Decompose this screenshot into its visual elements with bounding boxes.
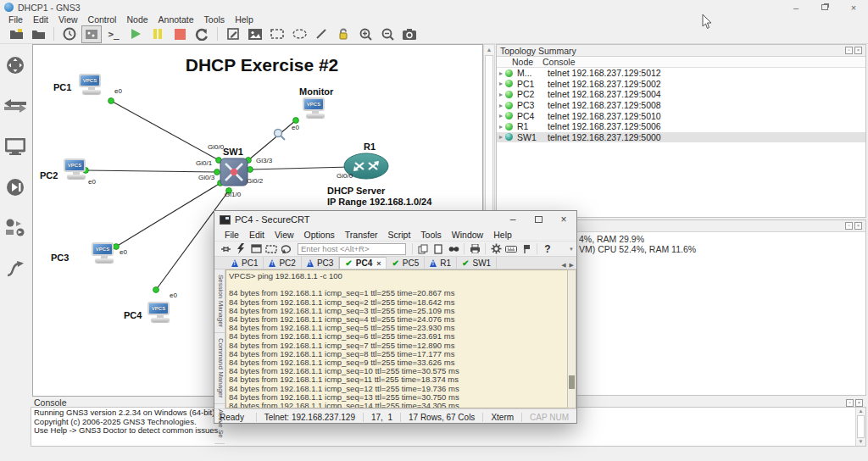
tab-view-icon[interactable]	[264, 242, 279, 256]
menu-item[interactable]: Tools	[415, 230, 447, 240]
expand-arrow-icon[interactable]: ▸	[497, 91, 505, 98]
help-icon[interactable]: ?	[540, 242, 555, 256]
session-tab[interactable]: PC2	[264, 257, 301, 269]
expand-arrow-icon[interactable]: ▸	[497, 112, 505, 119]
clone-session-icon[interactable]	[279, 242, 294, 256]
node-sw1[interactable]	[220, 158, 248, 186]
table-row[interactable]: ▸ M... telnet 192.168.237.129:5012	[497, 68, 865, 79]
column-header-node[interactable]: Node	[497, 57, 539, 67]
browse-security-devices-button[interactable]	[3, 173, 28, 202]
maximize-button[interactable]	[526, 211, 551, 228]
expand-arrow-icon[interactable]: ▸	[497, 102, 505, 109]
toolbar-overflow-icon[interactable]: ▼	[569, 247, 574, 252]
suspend-button[interactable]	[147, 25, 168, 43]
menu-item[interactable]: Tools	[199, 14, 231, 25]
session-tab[interactable]: PC3	[302, 257, 339, 269]
find-icon[interactable]	[446, 242, 461, 256]
node-pc1[interactable]: VPCS	[79, 74, 104, 99]
close-panel-icon[interactable]: ×	[854, 222, 862, 230]
table-row[interactable]: ▸ PC3 telnet 192.168.237.129:5008	[497, 100, 865, 111]
button-bar-icon[interactable]	[519, 242, 534, 256]
side-tab[interactable]: Session Manager	[214, 269, 225, 333]
restore-button[interactable]	[810, 0, 839, 14]
browse-end-devices-button[interactable]	[3, 132, 28, 161]
host-input[interactable]	[298, 243, 406, 255]
minimize-button[interactable]: –	[500, 211, 526, 228]
interface-labels-toggle[interactable]	[81, 25, 102, 43]
node-pc4[interactable]: VPCS	[147, 302, 173, 327]
session-tab[interactable]: SW1	[457, 257, 497, 269]
browse-switches-button[interactable]	[3, 92, 28, 120]
menu-item[interactable]: Help	[488, 230, 517, 240]
scroll-down-icon[interactable]: ▼	[856, 438, 865, 446]
menu-item[interactable]: View	[53, 14, 83, 25]
session-tab[interactable]: PC1	[226, 257, 264, 269]
menu-item[interactable]: Window	[447, 230, 488, 240]
float-panel-icon[interactable]: ▫	[845, 222, 853, 230]
browse-routers-button[interactable]	[3, 51, 28, 80]
quick-connect-icon[interactable]	[233, 242, 248, 256]
keyboard-icon[interactable]	[504, 242, 519, 256]
insert-picture-button[interactable]	[245, 25, 265, 43]
start-button[interactable]	[125, 25, 146, 43]
close-tab-icon[interactable]: ×	[376, 259, 381, 268]
expand-arrow-icon[interactable]: ▸	[497, 69, 505, 77]
column-header-console[interactable]: Console	[539, 57, 579, 67]
snapshot-button[interactable]	[59, 25, 80, 43]
close-panel-icon[interactable]: ×	[855, 399, 863, 407]
float-panel-icon[interactable]: ▫	[845, 47, 853, 54]
zoom-out-button[interactable]	[377, 25, 398, 43]
menu-item[interactable]: Options	[299, 230, 340, 240]
menu-item[interactable]: Control	[83, 14, 122, 25]
menu-item[interactable]: View	[270, 230, 299, 240]
session-tab[interactable]: R1	[425, 257, 457, 269]
console-scrollbar-thumb[interactable]	[857, 415, 865, 438]
close-button[interactable]: ×	[551, 211, 576, 228]
crt-title-bar[interactable]: PC4 - SecureCRT – ×	[214, 211, 576, 228]
print-icon[interactable]	[467, 242, 482, 256]
session-tab[interactable]: PC4 ×	[339, 257, 387, 269]
table-row[interactable]: ▸ SW1 telnet 192.168.237.129:5000	[497, 132, 865, 143]
session-manager-icon[interactable]	[248, 242, 264, 256]
tab-scroll-left-icon[interactable]: ◀	[561, 262, 565, 269]
terminal-scrollbar-thumb[interactable]	[569, 375, 575, 389]
close-button[interactable]: ×	[839, 0, 868, 14]
draw-ellipse-button[interactable]	[289, 25, 309, 43]
console-connect-button[interactable]: >_	[103, 25, 124, 43]
scroll-up-icon[interactable]: ▲	[856, 408, 865, 415]
expand-arrow-icon[interactable]: ▸	[497, 123, 505, 131]
reload-button[interactable]	[192, 25, 212, 43]
node-pc3[interactable]: VPCS	[92, 242, 117, 268]
close-panel-icon[interactable]: ×	[854, 47, 862, 54]
screenshot-button[interactable]	[399, 25, 420, 43]
menu-item[interactable]: Script	[383, 230, 416, 240]
add-note-button[interactable]	[223, 25, 243, 43]
node-monitor[interactable]: VPCS	[303, 97, 328, 123]
stop-button[interactable]	[170, 25, 190, 43]
add-link-button[interactable]	[3, 254, 28, 283]
terminal-output[interactable]: VPCS> ping 192.168.1.1 -c 10084 bytes fr…	[225, 269, 567, 408]
zoom-in-button[interactable]	[355, 25, 376, 43]
new-project-button[interactable]	[6, 25, 26, 43]
copy-icon[interactable]	[415, 242, 431, 256]
table-row[interactable]: ▸ R1 telnet 192.168.237.129:5006	[497, 121, 865, 132]
tab-scroll-right-icon[interactable]: ▶	[570, 262, 574, 269]
scroll-up-icon[interactable]: ▲	[484, 45, 494, 53]
table-row[interactable]: ▸ PC2 telnet 192.168.237.129:5004	[497, 89, 865, 100]
paste-icon[interactable]	[431, 242, 446, 256]
open-project-button[interactable]	[28, 25, 48, 43]
menu-item[interactable]: File	[220, 230, 244, 240]
connect-icon[interactable]	[218, 242, 233, 256]
menu-item[interactable]: Node	[121, 14, 153, 25]
menu-item[interactable]: Transfer	[340, 230, 383, 240]
browse-all-devices-button[interactable]	[3, 214, 28, 242]
minimize-button[interactable]: –	[782, 0, 810, 14]
draw-rectangle-button[interactable]	[267, 25, 287, 43]
menu-item[interactable]: File	[3, 14, 28, 25]
table-row[interactable]: ▸ PC4 telnet 192.168.237.129:5010	[497, 110, 865, 121]
lock-button[interactable]	[333, 25, 353, 43]
menu-item[interactable]: Edit	[244, 230, 270, 240]
expand-arrow-icon[interactable]: ▸	[497, 80, 505, 87]
draw-line-button[interactable]	[311, 25, 331, 43]
table-row[interactable]: ▸ PC1 telnet 192.168.237.129:5002	[497, 79, 865, 90]
